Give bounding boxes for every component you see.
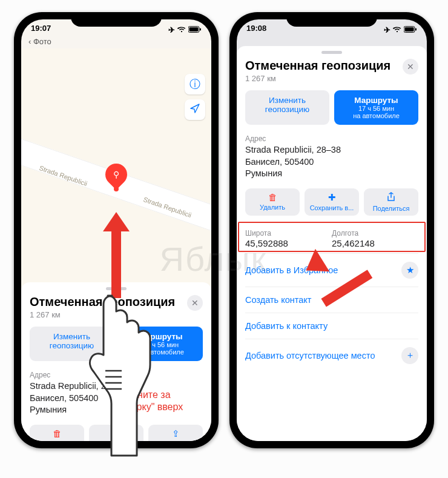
delete-button[interactable]: 🗑 Удалить [30, 425, 84, 441]
save-button[interactable]: ＋ [89, 425, 143, 441]
wifi-icon [177, 25, 186, 35]
airplane-icon: ✈︎ [168, 25, 175, 35]
edit-location-button[interactable]: Изменить геопозицию [245, 90, 329, 125]
wifi-icon [393, 25, 401, 35]
latitude-value: 45,592888 [245, 238, 332, 248]
map[interactable]: ⓘ Strada Republicii Strada Republicii ⚲ … [21, 48, 211, 309]
svg-rect-2 [200, 28, 201, 31]
edit-location-button[interactable]: Изменить геопозицию [30, 327, 114, 361]
svg-rect-1 [189, 27, 199, 32]
locate-button[interactable] [185, 99, 205, 120]
full-sheet[interactable]: Отмеченная геопозиция 1 267 км ✕ Изменит… [237, 46, 427, 441]
save-button[interactable]: ✚ Сохранить в... [305, 188, 359, 216]
battery-icon [404, 25, 417, 35]
bottom-sheet[interactable]: Отмеченная геопозиция 1 267 км ✕ Изменит… [21, 282, 211, 441]
sheet-distance: 1 267 км [245, 74, 390, 83]
notch [71, 12, 162, 27]
address-label: Адрес [30, 371, 203, 379]
star-icon: ★ [401, 262, 418, 279]
airplane-icon: ✈︎ [384, 25, 390, 35]
delete-button[interactable]: 🗑 Удалить [245, 188, 300, 216]
sheet-title: Отмеченная геопозиция [245, 59, 390, 73]
routes-button[interactable]: Маршруты 17 ч 56 мин на автомобиле [334, 90, 418, 125]
address-label: Адрес [245, 134, 418, 143]
screen-left: 19:07 ✈︎ ‹ Фото ⓘ Strada Re [21, 19, 211, 441]
phone-left: 19:07 ✈︎ ‹ Фото ⓘ Strada Re [14, 12, 219, 448]
share-button[interactable]: ⇪ [148, 425, 203, 441]
annotation-arrow [315, 269, 370, 279]
trash-icon: 🗑 [32, 428, 82, 439]
longitude-value: 25,462148 [332, 238, 418, 248]
status-time: 19:07 [31, 24, 51, 36]
info-icon: ⓘ [189, 77, 200, 91]
notch [286, 12, 377, 27]
back-link[interactable]: ‹ Фото [21, 36, 211, 48]
share-icon: ⇪ [151, 428, 200, 439]
add-missing-place-row[interactable]: Добавить отсутствующее место ＋ [245, 339, 418, 372]
status-time: 19:08 [246, 24, 266, 36]
instruction-text: Потяните за "шторку" вверх [116, 389, 194, 413]
svg-rect-8 [405, 27, 414, 32]
coordinates-row: Широта 45,592888 Долгота 25,462148 [245, 224, 418, 253]
latitude-label: Широта [245, 229, 332, 237]
info-button[interactable]: ⓘ [185, 74, 205, 95]
map-pin[interactable]: ⚲ [105, 164, 127, 191]
trash-icon: 🗑 [248, 192, 297, 202]
sheet-distance: 1 267 км [30, 310, 175, 319]
annotation-arrow-up [103, 212, 130, 298]
status-icons: ✈︎ [384, 24, 417, 36]
close-button[interactable]: ✕ [187, 295, 203, 311]
drag-handle[interactable] [321, 51, 342, 54]
close-button[interactable]: ✕ [403, 59, 418, 75]
close-icon: ✕ [191, 298, 199, 308]
close-icon: ✕ [407, 62, 414, 71]
phone-right: 19:08 ✈︎ Отмеченная геопозиция 1 267 км [229, 12, 434, 448]
add-to-contact-row[interactable]: Добавить к контакту [245, 313, 418, 339]
routes-button[interactable]: Маршруты 17 ч 56 мин на автомобиле [119, 327, 203, 361]
plus-icon: ＋ [401, 347, 418, 364]
screen-right: 19:08 ✈︎ Отмеченная геопозиция 1 267 км [237, 19, 427, 441]
status-icons: ✈︎ [168, 24, 202, 36]
share-icon [366, 192, 416, 204]
longitude-label: Долгота [332, 229, 418, 237]
share-button[interactable]: Поделиться [364, 188, 418, 216]
svg-rect-9 [415, 28, 417, 31]
battery-icon [188, 25, 202, 35]
location-arrow-icon [190, 104, 200, 116]
pin-icon: ⚲ [113, 170, 119, 179]
plus-icon: ＋ [91, 428, 141, 440]
address-text: Strada Republicii, 28–38 Банисел, 505400… [245, 144, 418, 180]
plus-square-icon: ✚ [307, 192, 357, 203]
